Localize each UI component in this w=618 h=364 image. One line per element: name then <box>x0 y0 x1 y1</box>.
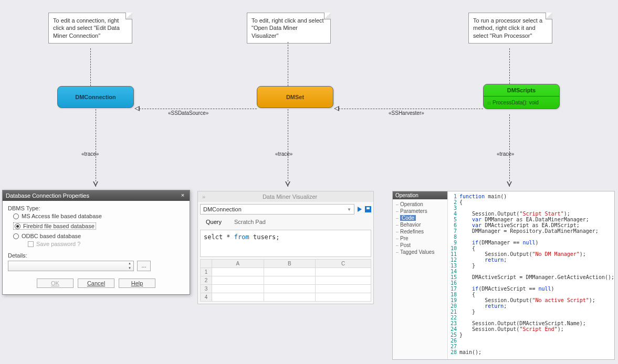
code-line: 27 <box>448 344 614 349</box>
row-header[interactable]: 4 <box>201 293 212 302</box>
code-line: 23 Session.Output(DMActiveScript.Name); <box>448 320 614 326</box>
run-icon[interactable] <box>358 207 362 212</box>
spinner-up-icon[interactable]: ▲ <box>126 261 133 266</box>
results-grid[interactable]: A B C 1 2 3 4 <box>200 259 371 302</box>
connection-value: DMConnection <box>203 206 242 212</box>
arrowhead-icon <box>507 181 512 187</box>
code-line: 26 <box>448 338 614 344</box>
code-line: 3 <box>448 205 614 211</box>
code-line: 11 Session.Output("No DM Manager"); <box>448 251 614 257</box>
connector-trace <box>509 114 510 187</box>
label-trace: «trace» <box>81 151 99 157</box>
radio-ms-access-label: MS Access file based database <box>22 213 102 219</box>
label-ssharvester: «SSHarvester» <box>389 110 424 116</box>
class-title: DMScripts <box>484 84 559 97</box>
collapse-icon[interactable]: » <box>202 194 205 200</box>
tree-item[interactable]: Redefines <box>395 228 445 235</box>
query-editor[interactable]: selct * from tusers; <box>200 230 371 257</box>
browse-button[interactable]: ... <box>137 261 151 271</box>
code-editor[interactable]: 1function main()2{34 Session.Output("Scr… <box>448 191 614 359</box>
code-line: 28main(); <box>448 349 614 355</box>
row-header[interactable]: 1 <box>201 268 212 276</box>
db-connection-dialog: Database Connection Properties × DBMS Ty… <box>2 190 190 295</box>
code-line: 2{ <box>448 199 614 205</box>
code-line: 20 return; <box>448 303 614 309</box>
code-line: 22 <box>448 315 614 320</box>
code-line: 12 return; <box>448 257 614 263</box>
note-run-processor: To run a processor select a method, righ… <box>468 13 552 44</box>
col-header[interactable]: C <box>316 260 371 268</box>
spinner-down-icon[interactable]: ▼ <box>126 266 133 271</box>
code-line: 24 Session.Output("Script End"); <box>448 326 614 332</box>
ok-button[interactable]: OK <box>37 279 74 288</box>
uml-class-dmscripts[interactable]: DMScripts ProcessData(): void <box>483 84 560 109</box>
row-header[interactable]: 3 <box>201 285 212 293</box>
connection-dropdown[interactable]: DMConnection ▼ <box>200 204 354 215</box>
code-line: 13 } <box>448 263 614 269</box>
code-line: 14 <box>448 269 614 274</box>
arrowhead-icon <box>93 181 98 187</box>
radio-firebird[interactable] <box>15 223 20 229</box>
code-line: 8 <box>448 234 614 240</box>
code-line: 4 Session.Output("Script Start"); <box>448 211 614 217</box>
row-header[interactable]: 2 <box>201 276 212 285</box>
tree-item[interactable]: Operation <box>395 201 445 208</box>
connector <box>288 42 288 86</box>
save-password-label: Save password ? <box>36 241 80 247</box>
class-operation[interactable]: ProcessData(): void <box>484 97 559 109</box>
uml-class-dmset[interactable]: DMSet <box>257 86 333 108</box>
connector <box>90 48 91 86</box>
code-line: 10 { <box>448 245 614 251</box>
dbms-type-label: DBMS Type: <box>8 205 184 211</box>
note-open-visualizer: To edit, right click and select "Open Da… <box>247 13 331 44</box>
class-title: DMSet <box>257 87 333 108</box>
code-line: 25} <box>448 332 614 338</box>
radio-ms-access[interactable] <box>13 213 19 219</box>
property-tree[interactable]: OperationParametersCodeBehaviorRedefines… <box>393 199 447 257</box>
tree-item[interactable]: Code <box>395 215 445 221</box>
label-trace: «trace» <box>275 151 292 157</box>
uml-class-dmconnection[interactable]: DMConnection <box>57 86 134 108</box>
code-line: 7 DMManager = Repository.DataMinerManage… <box>448 228 614 234</box>
code-line: 1function main() <box>448 194 614 199</box>
tree-header: Operation <box>393 191 447 199</box>
details-combobox[interactable]: ▲▼ <box>8 261 134 271</box>
dialog-title: Database Connection Properties <box>6 192 89 199</box>
col-header[interactable]: A <box>212 260 264 268</box>
details-label: Details: <box>8 252 184 259</box>
connector-trace <box>288 109 288 187</box>
close-icon[interactable]: × <box>179 192 186 199</box>
arrowhead-icon <box>334 106 339 111</box>
connector <box>509 48 510 84</box>
code-line: 16 <box>448 280 614 286</box>
code-line: 17 if(DMActiveScript == null) <box>448 286 614 292</box>
note-edit-connection: To edit a connection, right click and se… <box>48 13 132 44</box>
cancel-button[interactable]: Cancel <box>78 279 114 288</box>
code-line: 19 Session.Output("No active Script"); <box>448 297 614 303</box>
connector-ssharvester <box>339 109 483 109</box>
label-ssdatasource: «SSDataSource» <box>168 110 208 116</box>
grid-corner <box>201 260 212 268</box>
help-button[interactable]: Help <box>119 279 155 288</box>
label-trace: «trace» <box>497 151 514 157</box>
tree-item[interactable]: Post <box>395 242 445 249</box>
col-header[interactable]: B <box>264 260 316 268</box>
tab-scratch-pad[interactable]: Scratch Pad <box>228 217 271 228</box>
operation-code-panel: Operation OperationParametersCodeBehavio… <box>392 191 615 360</box>
code-line: 18 { <box>448 292 614 297</box>
tree-item[interactable]: Parameters <box>395 208 445 215</box>
code-line: 9 if(DMManager == null) <box>448 240 614 245</box>
code-line: 6 var DMActiveScript as EA.DMScript; <box>448 222 614 228</box>
radio-odbc[interactable] <box>13 233 19 239</box>
tab-query[interactable]: Query <box>200 217 227 228</box>
radio-odbc-label: ODBC based database <box>22 233 81 239</box>
arrowhead-icon <box>285 181 290 187</box>
radio-firebird-label: Firebird file based database <box>23 223 95 229</box>
class-title: DMConnection <box>58 87 133 108</box>
tree-item[interactable]: Tagged Values <box>395 249 445 255</box>
tree-item[interactable]: Behavior <box>395 221 445 228</box>
tree-item[interactable]: Pre <box>395 235 445 242</box>
save-icon[interactable] <box>365 206 371 212</box>
checkbox-save-password[interactable] <box>28 241 34 247</box>
code-line: 21 } <box>448 309 614 315</box>
